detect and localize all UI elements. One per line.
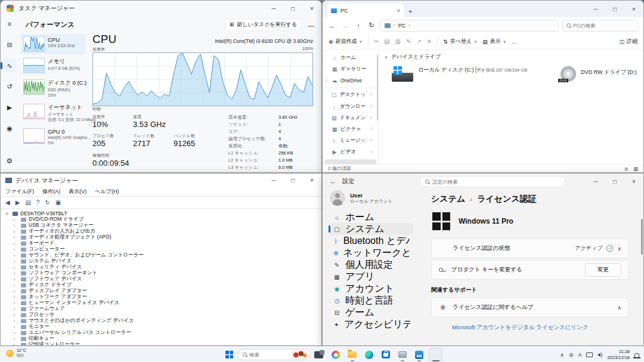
settings-gear-icon[interactable]: ⚙ xyxy=(3,154,16,168)
user-account-row[interactable]: User ローカル アカウント xyxy=(329,190,413,206)
tm-rail-users[interactable]: ◉ xyxy=(3,122,16,135)
expander-icon[interactable]: › xyxy=(14,325,18,329)
expander-icon[interactable]: › xyxy=(14,289,18,293)
devices-and-drives-section[interactable]: ∨ デバイスとドライブ xyxy=(385,53,637,61)
taskbar-app-task-manager[interactable] xyxy=(412,348,426,361)
more-options-icon[interactable]: … xyxy=(308,21,314,28)
chevron-down-icon[interactable]: ∨ xyxy=(617,246,621,252)
activation-state-row[interactable]: ライセンス認証の状態 アクティブ ✓ ∨ xyxy=(431,239,629,258)
expander-icon[interactable]: › xyxy=(14,319,18,323)
copy-button[interactable]: ▤ xyxy=(384,38,389,45)
tab-close-icon[interactable]: × xyxy=(397,8,400,14)
sidebar-desktop[interactable]: ▢ デスクトップ ⚐ xyxy=(324,88,376,101)
taskbar-app-store[interactable] xyxy=(379,348,392,361)
settings-titlebar[interactable]: ← 設定 ─ □ × xyxy=(323,174,643,189)
expander-icon[interactable]: › xyxy=(14,247,18,252)
sidebar-videos[interactable]: ▶ ビデオ ⚐ xyxy=(324,146,376,157)
search-input[interactable] xyxy=(573,23,634,29)
gpu-card[interactable]: GPU 0 Intel(R) UHD Graphic... 0% xyxy=(21,126,85,148)
forward-button[interactable]: → xyxy=(340,22,350,29)
sidebar-documents[interactable]: ▤ ドキュメント ⚐ xyxy=(324,112,376,123)
tm-rail-processes[interactable]: ⊟ xyxy=(3,38,16,51)
taskbar-app-file-explorer[interactable] xyxy=(345,348,359,361)
sidebar-music[interactable]: ♪ ミュージック ⚐ xyxy=(324,135,376,146)
maximize-button[interactable]: □ xyxy=(283,1,302,16)
scrollbar[interactable] xyxy=(641,219,643,255)
taskbar-app-edge[interactable] xyxy=(362,348,376,361)
close-button[interactable]: × xyxy=(624,1,643,17)
section-expander-icon[interactable]: ∨ xyxy=(385,55,388,60)
weather-widget[interactable]: 11°C 晴れ xyxy=(6,348,26,358)
dm-properties-button[interactable]: ▣ xyxy=(55,199,61,206)
close-button[interactable]: × xyxy=(302,174,321,187)
taskbar-app-settings[interactable] xyxy=(429,348,442,361)
expander-icon[interactable]: › xyxy=(14,242,18,246)
dvd-drive-item[interactable]: DVD DVD RW ドライブ (D:) xyxy=(561,66,636,82)
expander-icon[interactable]: › xyxy=(14,295,18,299)
minimize-button[interactable]: ─ xyxy=(586,174,605,189)
menu-file[interactable]: ファイル(F) xyxy=(5,188,34,196)
sidebar-onedrive[interactable]: › ☁ OneDrive xyxy=(324,75,376,86)
expander-icon[interactable]: › xyxy=(14,230,18,234)
details-pane-button[interactable]: ◫ 詳細 xyxy=(619,38,637,45)
view-button[interactable]: ▤ 表示 ∨ xyxy=(482,38,506,45)
chevron-up-icon[interactable]: ∧ xyxy=(617,305,621,311)
rename-button[interactable]: ✎ xyxy=(406,38,411,45)
settings-search-input[interactable] xyxy=(432,179,560,185)
explorer-search-box[interactable] xyxy=(562,20,639,32)
sidebar-downloads[interactable]: ↓ ダウンロード ⚐ xyxy=(324,101,376,112)
sort-button[interactable]: ⇅ 並べ替え ∨ xyxy=(443,38,477,45)
expander-icon[interactable]: › xyxy=(14,265,18,270)
breadcrumb-parent[interactable]: システム xyxy=(431,194,465,205)
sidebar-gallery[interactable]: ▦ ギャラリー xyxy=(324,63,376,75)
dm-forward-button[interactable]: ▶ xyxy=(16,199,20,206)
expander-icon[interactable]: › xyxy=(14,301,18,305)
taskbar-search-box[interactable] xyxy=(237,349,310,360)
expander-icon[interactable]: › xyxy=(14,283,18,287)
device-manager-titlebar[interactable]: デバイス マネージャー ─ □ × xyxy=(1,174,321,187)
expander-icon[interactable]: › xyxy=(14,236,18,240)
close-button[interactable]: × xyxy=(302,1,321,16)
tm-rail-startup-apps[interactable]: ▶ xyxy=(3,101,16,114)
new-item-button[interactable]: ⊕ 新規作成 ∨ xyxy=(329,38,363,45)
menu-help[interactable]: ヘルプ(H) xyxy=(95,188,119,196)
settings-nav-personalization[interactable]: ✎ 個人用設定 xyxy=(329,259,413,271)
settings-nav-home[interactable]: ⌂ ホーム xyxy=(329,211,413,223)
settings-nav-network[interactable]: ⊕ ネットワークとインターネット xyxy=(329,247,413,259)
settings-nav-time-language[interactable]: ◷ 時刻と言語 xyxy=(329,295,413,307)
expander-icon[interactable]: › xyxy=(14,313,18,317)
clock[interactable]: 11:28 2023/12/18 xyxy=(607,349,630,360)
taskbar-app-device-manager[interactable] xyxy=(395,348,409,361)
tm-rail-app-history[interactable]: ↺ xyxy=(3,80,16,93)
expander-icon[interactable]: › xyxy=(14,271,18,276)
icon-view-toggle-icon[interactable]: ▦ xyxy=(633,166,638,172)
list-view-toggle-icon[interactable]: ≣ xyxy=(624,166,628,172)
explorer-tab-bar[interactable]: PC × + ─ □ × xyxy=(323,1,643,17)
ethernet-card[interactable]: イーサネット イーサネット 送信: 0.1 受信: 22.0 Mbps xyxy=(21,101,85,125)
hamburger-menu-icon[interactable]: ≡ xyxy=(3,17,16,30)
start-button[interactable] xyxy=(225,351,233,358)
speaker-icon[interactable]: ) xyxy=(597,352,602,358)
display-cast-icon[interactable] xyxy=(586,352,593,357)
expander-icon[interactable]: › xyxy=(14,337,18,341)
maximize-button[interactable]: □ xyxy=(605,174,624,189)
notification-bell-icon[interactable] xyxy=(634,353,639,358)
delete-button[interactable]: ✕ xyxy=(427,38,432,45)
sidebar-pictures[interactable]: ▦ ピクチャ ⚐ xyxy=(324,123,376,135)
device-category-row[interactable]: › マウスとそのほかのポインティング デバイス xyxy=(4,318,321,324)
settings-nav-gaming[interactable]: ⊟ ゲーム xyxy=(329,307,413,318)
settings-nav-bluetooth[interactable]: ᛒ Bluetooth とデバイス xyxy=(329,235,413,247)
maximize-button[interactable]: □ xyxy=(283,174,302,187)
sidebar-scrollbar[interactable] xyxy=(377,55,378,120)
settings-nav-accessibility[interactable]: ✦ アクセシビリティ xyxy=(329,318,413,330)
local-disk-item[interactable]: ローカル ディスク (C:) 空き領域 287 GB/334 GB xyxy=(392,66,527,82)
expander-icon[interactable]: › xyxy=(14,277,18,281)
cut-button[interactable]: ✂ xyxy=(374,38,379,45)
expander-icon[interactable]: › xyxy=(14,331,18,335)
minimize-button[interactable]: ─ xyxy=(264,174,283,187)
memory-card[interactable]: メモリ 4.0/7.8 GB (52%) xyxy=(21,55,85,76)
expander-icon[interactable]: › xyxy=(14,307,18,311)
search-highlight-image[interactable] xyxy=(291,350,308,359)
up-button[interactable]: ↑ xyxy=(354,22,363,29)
dm-back-button[interactable]: ◀ xyxy=(5,199,10,206)
